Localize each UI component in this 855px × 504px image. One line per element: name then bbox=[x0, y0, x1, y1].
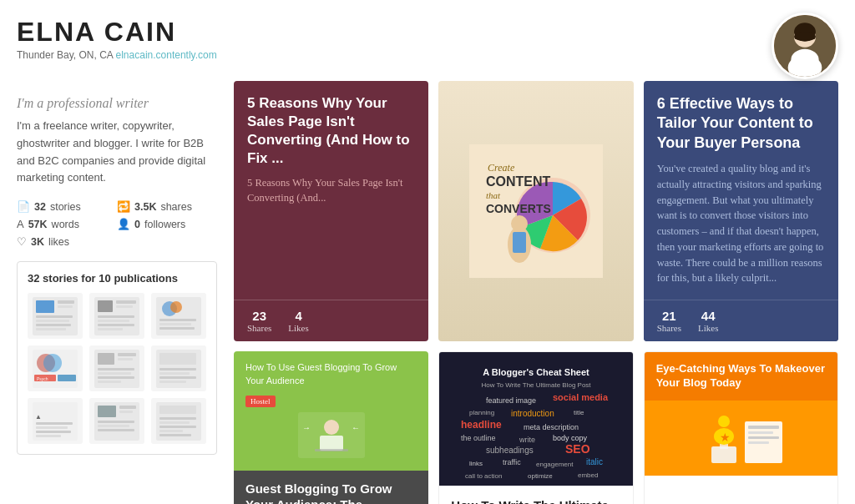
svg-rect-18 bbox=[116, 305, 133, 308]
svg-text:headline: headline bbox=[461, 419, 502, 431]
card-body: How To Write The Ultimate Blog Post: A B… bbox=[439, 486, 632, 504]
card-blogger-cheat[interactable]: A Blogger's Cheat Sheet How To Write The… bbox=[438, 351, 633, 504]
svg-rect-8 bbox=[36, 300, 54, 313]
svg-text:Psych: Psych bbox=[37, 376, 48, 381]
sidebar: I'm a professional writer I'm a freelanc… bbox=[17, 81, 217, 504]
svg-rect-68 bbox=[159, 434, 191, 436]
svg-rect-42 bbox=[98, 381, 121, 383]
svg-rect-40 bbox=[98, 372, 131, 375]
svg-rect-17 bbox=[116, 300, 136, 304]
card-title: How To Write The Ultimate Blog Post: A B… bbox=[451, 497, 620, 504]
card-eye-catching[interactable]: Eye-Catching Ways To Makeover Your Blog … bbox=[644, 351, 838, 504]
svg-point-117 bbox=[718, 416, 730, 427]
svg-text:planning: planning bbox=[469, 409, 494, 416]
svg-rect-47 bbox=[159, 376, 196, 379]
card-create-content[interactable]: Create CONTENT that CONVERTS bbox=[438, 81, 633, 341]
svg-text:title: title bbox=[574, 409, 584, 416]
svg-rect-115 bbox=[748, 436, 779, 439]
author-location: Thunder Bay, ON, CA elnacain.contently.c… bbox=[17, 49, 838, 61]
cheat-visual: A Blogger's Cheat Sheet How To Write The… bbox=[444, 355, 628, 484]
eye-catching-image: ★ bbox=[691, 405, 791, 471]
svg-rect-59 bbox=[98, 421, 134, 423]
svg-rect-26 bbox=[159, 319, 196, 321]
svg-rect-10 bbox=[58, 305, 73, 308]
svg-text:★: ★ bbox=[720, 431, 731, 444]
cheat-sheet-image: A Blogger's Cheat Sheet How To Write The… bbox=[439, 352, 632, 486]
card-excerpt: 5 Reasons Why Your Sales Page Isn't Conv… bbox=[247, 176, 415, 205]
svg-rect-11 bbox=[36, 315, 73, 318]
share-icon: 🔁 bbox=[117, 200, 130, 213]
author-bio: I'm a freelance writer, copywriter, ghos… bbox=[17, 118, 217, 187]
svg-rect-57 bbox=[119, 406, 136, 409]
author-website-link[interactable]: elnacain.contently.com bbox=[116, 49, 217, 61]
svg-rect-12 bbox=[36, 320, 69, 322]
svg-text:CONVERTS: CONVERTS bbox=[486, 202, 551, 215]
svg-point-31 bbox=[43, 354, 62, 372]
svg-rect-45 bbox=[159, 368, 196, 370]
svg-text:social media: social media bbox=[553, 392, 609, 402]
stories-count: 32 bbox=[34, 201, 46, 213]
header: ELNA CAIN Thunder Bay, ON, CA elnacain.c… bbox=[0, 0, 855, 61]
card-title: 5 Reasons Why Your Sales Page Isn't Conv… bbox=[247, 94, 415, 168]
svg-rect-44 bbox=[159, 353, 196, 365]
heart-icon: ♡ bbox=[17, 235, 27, 248]
card-guest-top: How To Use Guest Blogging To Grow Your A… bbox=[234, 351, 428, 471]
hostel-tag: Hostel bbox=[245, 396, 276, 407]
svg-text:links: links bbox=[469, 460, 483, 467]
svg-rect-78 bbox=[513, 232, 526, 253]
svg-point-77 bbox=[511, 215, 528, 232]
card-sales-page[interactable]: 5 Reasons Why Your Sales Page Isn't Conv… bbox=[234, 81, 428, 341]
shares-count: 3.5K bbox=[134, 201, 156, 213]
svg-text:the outline: the outline bbox=[461, 434, 496, 442]
cards-grid: 5 Reasons Why Your Sales Page Isn't Conv… bbox=[234, 81, 838, 504]
svg-text:call to action: call to action bbox=[465, 472, 502, 480]
card-buyer-persona[interactable]: 6 Effective Ways to Tailor Your Content … bbox=[644, 81, 838, 341]
guest-blog-image: → ← bbox=[298, 412, 365, 458]
svg-rect-66 bbox=[159, 426, 196, 428]
stat-stories: 📄 32 stories bbox=[17, 200, 117, 213]
card-guest-blogging[interactable]: How To Use Guest Blogging To Grow Your A… bbox=[234, 351, 428, 504]
content-image: Create CONTENT that CONVERTS bbox=[469, 144, 603, 278]
svg-rect-113 bbox=[748, 426, 779, 429]
svg-text:Create: Create bbox=[488, 162, 515, 174]
svg-rect-22 bbox=[98, 328, 123, 330]
svg-rect-67 bbox=[159, 430, 183, 432]
author-tagline: I'm a professional writer bbox=[17, 96, 217, 111]
svg-text:A Blogger's Cheat Sheet: A Blogger's Cheat Sheet bbox=[483, 367, 589, 377]
svg-rect-65 bbox=[159, 421, 190, 424]
svg-rect-16 bbox=[98, 300, 113, 312]
card-likes: 4 Likes bbox=[288, 309, 308, 333]
card-shares: 23 Shares bbox=[247, 309, 271, 333]
card-guest-bottom: Guest Blogging To Grow Your Audience: Th… bbox=[234, 471, 428, 504]
svg-rect-37 bbox=[118, 353, 136, 356]
pub-card bbox=[89, 345, 144, 391]
svg-rect-14 bbox=[36, 328, 66, 330]
orange-card-image: ★ bbox=[645, 401, 837, 476]
publication-grid: Psych bbox=[28, 293, 206, 444]
svg-rect-36 bbox=[98, 353, 114, 365]
svg-rect-52 bbox=[36, 426, 68, 429]
svg-rect-82 bbox=[315, 449, 348, 451]
stat-words: A 57K words bbox=[17, 218, 117, 230]
svg-text:→: → bbox=[302, 423, 311, 432]
svg-text:←: ← bbox=[352, 423, 360, 432]
svg-rect-54 bbox=[36, 435, 61, 437]
svg-text:body copy: body copy bbox=[553, 434, 588, 442]
svg-text:that: that bbox=[486, 190, 501, 200]
svg-rect-28 bbox=[159, 327, 195, 330]
svg-text:optimize: optimize bbox=[528, 472, 553, 480]
svg-rect-48 bbox=[159, 381, 186, 383]
svg-rect-56 bbox=[98, 406, 116, 417]
svg-text:engagement: engagement bbox=[536, 461, 574, 468]
pub-card bbox=[89, 398, 144, 444]
svg-text:write: write bbox=[519, 436, 535, 444]
likes-count: 3K bbox=[31, 236, 44, 248]
svg-point-25 bbox=[170, 301, 182, 313]
svg-rect-38 bbox=[118, 358, 133, 360]
svg-rect-81 bbox=[320, 436, 343, 451]
svg-text:introduction: introduction bbox=[511, 409, 554, 418]
svg-text:embed: embed bbox=[578, 471, 598, 479]
person-icon: 👤 bbox=[117, 218, 130, 230]
svg-text:How To Write The Ultimate Blog: How To Write The Ultimate Blog Post bbox=[481, 381, 591, 389]
pub-card: Psych bbox=[28, 345, 83, 391]
